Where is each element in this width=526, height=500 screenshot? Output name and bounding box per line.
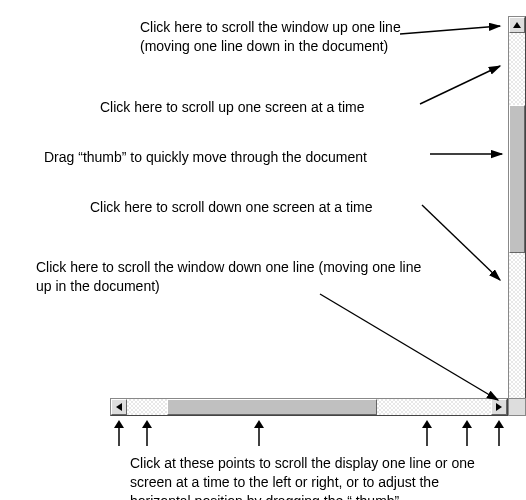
horizontal-scroll-thumb[interactable] xyxy=(167,399,377,415)
label-thumb-drag: Drag “thumb” to quickly move through the… xyxy=(44,148,444,167)
svg-marker-16 xyxy=(494,420,504,428)
svg-marker-12 xyxy=(422,420,432,428)
pointer-arrow-icon xyxy=(492,420,506,450)
svg-marker-6 xyxy=(114,420,124,428)
label-down-screen: Click here to scroll down one screen at … xyxy=(90,198,430,217)
svg-line-1 xyxy=(420,66,500,104)
triangle-left-icon xyxy=(116,403,122,411)
pointer-arrow-icon xyxy=(460,420,474,450)
svg-marker-14 xyxy=(462,420,472,428)
pointer-arrow-icon xyxy=(112,420,126,450)
triangle-right-icon xyxy=(496,403,502,411)
scroll-up-line-button[interactable] xyxy=(509,17,525,33)
horizontal-scrollbar xyxy=(110,398,508,416)
svg-marker-8 xyxy=(142,420,152,428)
triangle-up-icon xyxy=(513,22,521,28)
vertical-scroll-track[interactable] xyxy=(509,33,525,399)
vertical-scrollbar xyxy=(508,16,526,416)
vertical-scroll-thumb[interactable] xyxy=(509,105,525,253)
pointer-arrow-icon xyxy=(252,420,266,450)
svg-line-4 xyxy=(320,294,498,400)
label-horizontal: Click at these points to scroll the disp… xyxy=(130,454,500,500)
svg-marker-10 xyxy=(254,420,264,428)
svg-line-3 xyxy=(422,205,500,280)
scrollbar-corner xyxy=(508,398,526,416)
pointer-arrow-icon xyxy=(140,420,154,450)
horizontal-scroll-track[interactable] xyxy=(127,399,491,415)
scroll-right-line-button[interactable] xyxy=(491,399,507,415)
label-down-line: Click here to scroll the window down one… xyxy=(36,258,426,296)
diagram-stage: Click here to scroll the window up one l… xyxy=(0,0,526,500)
label-up-screen: Click here to scroll up one screen at a … xyxy=(100,98,430,117)
scroll-left-line-button[interactable] xyxy=(111,399,127,415)
pointer-arrow-icon xyxy=(420,420,434,450)
label-up-line: Click here to scroll the window up one l… xyxy=(140,18,440,56)
